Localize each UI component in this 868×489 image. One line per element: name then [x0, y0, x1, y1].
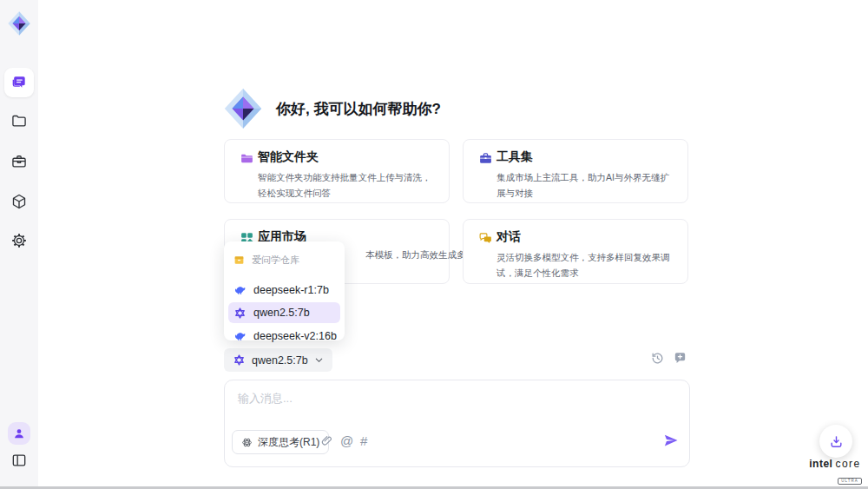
model-option-label: qwen2.5:7b [253, 307, 310, 319]
cube-icon [10, 193, 28, 210]
app-window: 你好, 我可以如何帮助你? 智能文件夹 智能文件夹功能支持批量文件上传与清洗，轻… [0, 0, 868, 489]
history-button[interactable] [650, 351, 665, 369]
qwen-icon [233, 307, 247, 320]
model-selector-button[interactable]: qwen2.5:7b [224, 348, 332, 372]
new-chat-button[interactable] [673, 351, 687, 369]
repo-icon [233, 254, 245, 266]
model-selector-label: qwen2.5:7b [252, 354, 308, 367]
model-option-deepseek-v2[interactable]: deepseek-v2:16b [228, 326, 340, 347]
model-dropdown-header: 爱问学仓库 [228, 249, 340, 270]
gear-icon [10, 232, 28, 249]
folder-icon [240, 151, 254, 166]
mention-button[interactable]: @ [340, 433, 353, 448]
card-title: 工具集 [496, 149, 533, 165]
model-repo-label: 爱问学仓库 [252, 254, 299, 267]
at-icon: @ [340, 433, 353, 448]
diamond-logo-icon [222, 87, 264, 130]
new-chat-icon [673, 351, 687, 366]
card-description: 集成市场上主流工具，助力AI与外界无缝扩展与对接 [496, 169, 677, 201]
paperclip-icon [320, 434, 333, 447]
model-dropdown: 爱问学仓库 deepseek-r1:7b qwen2.5:7b deepseek… [224, 241, 345, 340]
chat-input-panel: 深度思考(R1) @ # [224, 380, 690, 467]
card-toolset[interactable]: 工具集 集成市场上主流工具，助力AI与外界无缝扩展与对接 [463, 139, 688, 203]
chat-icon [10, 74, 28, 91]
send-icon [663, 433, 679, 448]
card-title: 智能文件夹 [258, 149, 319, 165]
card-description-fragment: 本模板，助力高效生成多 [365, 249, 466, 261]
sidebar-item-settings[interactable] [0, 232, 38, 249]
hash-icon: # [360, 433, 367, 448]
download-fab[interactable] [819, 425, 852, 458]
sidebar-item-chat[interactable] [4, 68, 34, 97]
tag-button[interactable]: # [360, 433, 367, 448]
card-title: 对话 [496, 229, 521, 245]
hero-logo [222, 87, 264, 134]
intel-wordmark: intel [809, 458, 832, 470]
person-icon [12, 426, 26, 440]
model-option-deepseek-r1[interactable]: deepseek-r1:7b [228, 280, 340, 301]
sidebar-item-folders[interactable] [0, 112, 38, 129]
panel-layout-icon [10, 452, 28, 469]
page-title: 你好, 我可以如何帮助你? [276, 99, 441, 119]
card-description: 灵活切换多模型文件，支持多样回复效果调试，满足个性化需求 [496, 249, 677, 281]
history-icon [650, 351, 665, 366]
briefcase-icon [10, 153, 28, 170]
ultra-badge: ultra [838, 478, 861, 485]
sidebar [0, 0, 38, 487]
qwen-icon [233, 354, 246, 367]
folder-icon [10, 112, 28, 129]
attach-button[interactable] [320, 434, 333, 450]
intel-core-badge: intelcore ultra [804, 458, 866, 486]
deep-think-label: 深度思考(R1) [258, 435, 319, 450]
diamond-logo-icon [7, 10, 31, 36]
model-option-label: deepseek-r1:7b [253, 284, 329, 296]
download-icon [829, 434, 844, 449]
model-option-qwen[interactable]: qwen2.5:7b [228, 302, 340, 323]
sidebar-item-toolbox[interactable] [0, 153, 38, 170]
deep-think-toggle[interactable]: 深度思考(R1) [232, 430, 329, 454]
send-button[interactable] [663, 433, 679, 452]
atom-icon [241, 437, 253, 448]
chevron-down-icon [314, 355, 324, 365]
deepseek-whale-icon [233, 284, 247, 297]
core-wordmark: core [835, 458, 860, 470]
sidebar-collapse-button[interactable] [0, 452, 38, 469]
sidebar-item-models[interactable] [0, 193, 38, 210]
model-option-label: deepseek-v2:16b [253, 330, 337, 342]
deepseek-whale-icon [233, 330, 247, 343]
message-input[interactable] [236, 389, 674, 429]
briefcase-icon [478, 151, 493, 166]
card-smart-folders[interactable]: 智能文件夹 智能文件夹功能支持批量文件上传与清洗，轻松实现文件问答 [224, 139, 450, 203]
user-avatar[interactable] [8, 422, 30, 445]
chat-bubbles-icon [478, 231, 493, 246]
card-conversation[interactable]: 对话 灵活切换多模型文件，支持多样回复效果调试，满足个性化需求 [463, 219, 688, 284]
card-description: 智能文件夹功能支持批量文件上传与清洗，轻松实现文件问答 [258, 169, 438, 201]
app-logo [0, 10, 38, 36]
